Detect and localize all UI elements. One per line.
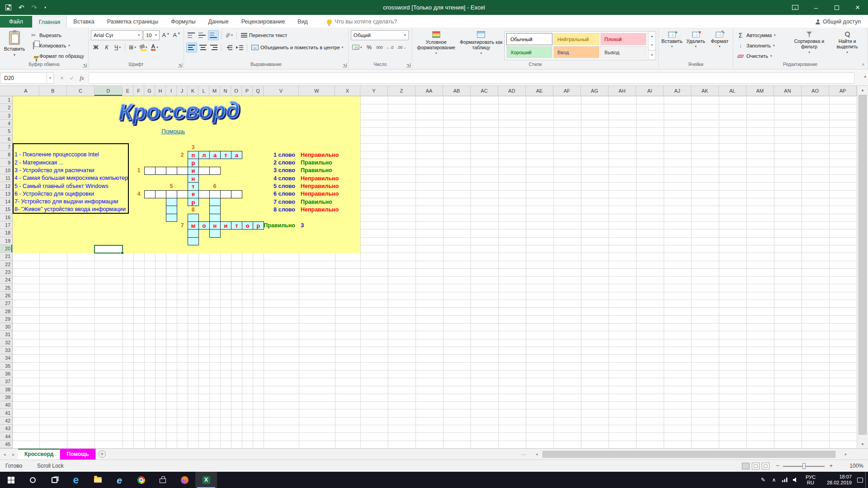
sort-filter-button[interactable]: Сортировка и фильтр ▾ <box>791 29 828 61</box>
crossword-cell[interactable]: т <box>188 182 199 190</box>
underline-button[interactable]: Ч▾ <box>113 42 123 52</box>
scroll-down-icon[interactable]: ▼ <box>857 440 868 448</box>
file-tab[interactable]: Файл <box>0 16 32 28</box>
cell-style-item[interactable]: Вывод <box>600 46 646 58</box>
column-header[interactable]: N <box>220 86 231 96</box>
crossword-cell[interactable] <box>188 237 199 245</box>
column-header[interactable]: AC <box>471 86 498 96</box>
row-header[interactable]: 24 <box>0 276 12 284</box>
format-cells-button[interactable]: ✎ Формат ▾ <box>708 29 731 61</box>
row-header[interactable]: 39 <box>0 394 12 401</box>
align-top-button[interactable] <box>186 30 196 40</box>
minimize-button[interactable]: – <box>806 0 826 15</box>
zoom-slider-thumb[interactable] <box>802 463 806 469</box>
crossword-cell[interactable]: п <box>188 151 199 159</box>
row-header[interactable]: 29 <box>0 315 12 323</box>
column-header[interactable]: AE <box>526 86 553 96</box>
crossword-cell[interactable]: н <box>188 174 199 183</box>
crossword-cell[interactable]: р <box>188 198 199 206</box>
italic-button[interactable]: К <box>102 42 112 52</box>
column-header[interactable]: X <box>335 86 360 96</box>
share-button[interactable]: Общий доступ <box>816 16 868 28</box>
crossword-cell[interactable] <box>166 206 177 214</box>
crossword-cell[interactable]: н <box>209 221 221 230</box>
row-header[interactable]: 43 <box>0 425 12 432</box>
row-header[interactable]: 11 <box>0 174 12 182</box>
align-bottom-button[interactable] <box>208 30 219 40</box>
vertical-scroll-thumb[interactable] <box>859 95 867 435</box>
crossword-cell[interactable] <box>177 167 188 175</box>
borders-button[interactable]: ⊞▾ <box>127 42 137 52</box>
row-header[interactable]: 4 <box>0 120 12 127</box>
row-header[interactable]: 5 <box>0 127 12 135</box>
crossword-cell[interactable] <box>209 206 221 214</box>
column-header[interactable]: AN <box>774 86 802 96</box>
column-header[interactable]: Q <box>253 86 264 96</box>
crossword-cell[interactable] <box>177 190 188 198</box>
crossword-cell[interactable]: л <box>198 151 210 159</box>
normal-view-button[interactable] <box>742 463 750 469</box>
row-header[interactable]: 37 <box>0 378 12 385</box>
increase-decimal-button[interactable]: ←.0 <box>385 42 395 52</box>
column-header[interactable]: AG <box>581 86 609 96</box>
column-header[interactable]: W <box>299 86 335 96</box>
insert-function-button[interactable]: fx <box>77 72 87 84</box>
row-header[interactable]: 44 <box>0 432 12 440</box>
zoom-in-button[interactable]: + <box>829 462 833 469</box>
row-header[interactable]: 14 <box>0 198 12 206</box>
scroll-up-icon[interactable]: ▲ <box>857 86 868 94</box>
row-header[interactable]: 9 <box>0 159 12 166</box>
tab-splitter[interactable]: ⋯ <box>521 449 526 460</box>
browser-taskbar-button[interactable] <box>174 472 195 488</box>
search-button[interactable] <box>22 472 43 488</box>
ie-taskbar-button[interactable]: e <box>108 472 130 488</box>
collapse-ribbon-icon[interactable]: ˄ <box>862 62 864 67</box>
ribbon-tab[interactable]: Рецензирование <box>235 16 292 28</box>
ribbon-display-options-button[interactable]: ˄ <box>785 0 806 15</box>
crossword-cell[interactable]: о <box>198 221 210 230</box>
crossword-cell[interactable] <box>166 190 177 198</box>
row-header[interactable]: 13 <box>0 190 12 198</box>
cell-style-item[interactable]: Нейтральный <box>553 33 599 45</box>
find-select-button[interactable]: Найти и выделить ▾ <box>830 29 865 61</box>
crossword-cell[interactable] <box>220 190 231 198</box>
clock[interactable]: 18:0728.02.2019 <box>820 474 854 486</box>
cell-style-item[interactable]: Плохой <box>600 33 646 45</box>
cell-style-item[interactable]: Обычный <box>506 33 552 45</box>
column-header[interactable]: AA <box>415 86 443 96</box>
cell-style-item[interactable]: Ввод <box>553 46 599 58</box>
file-explorer-taskbar-button[interactable] <box>87 472 108 488</box>
row-header[interactable]: 16 <box>0 214 12 221</box>
row-header[interactable]: 27 <box>0 300 12 307</box>
name-box[interactable]: D20 <box>0 72 47 84</box>
page-break-view-button[interactable] <box>762 463 769 469</box>
row-header[interactable]: 20 <box>0 245 12 253</box>
hidden-icons-chevron-icon[interactable]: ∧ <box>769 477 779 483</box>
crossword-cell[interactable] <box>166 198 177 206</box>
autosum-button[interactable]: ΣАвтосумма▾ <box>736 30 789 40</box>
conditional-formatting-button[interactable]: Условное форматирование ▾ <box>415 29 458 61</box>
font-family-select[interactable]: Arial Cyr▾ <box>91 30 142 40</box>
new-sheet-button[interactable]: + <box>96 449 108 460</box>
close-button[interactable]: × <box>847 0 868 15</box>
column-header[interactable]: V <box>264 86 299 96</box>
save-icon[interactable] <box>5 5 11 10</box>
wordart-title[interactable]: Кроссворд <box>118 97 240 126</box>
speaker-icon[interactable] <box>790 477 801 483</box>
ribbon-tab[interactable]: Вставка <box>67 16 100 28</box>
zoom-out-button[interactable]: − <box>776 462 779 469</box>
crossword-cell[interactable] <box>166 214 177 222</box>
row-header[interactable]: 17 <box>0 221 12 229</box>
cut-button[interactable]: ✂Вырезать <box>28 30 85 40</box>
fill-color-button[interactable]: ▾ <box>138 42 149 52</box>
row-header[interactable]: 40 <box>0 401 12 409</box>
horizontal-scroll-thumb[interactable] <box>542 451 835 458</box>
column-header[interactable]: B <box>39 86 67 96</box>
crossword-cell[interactable]: т <box>231 221 242 230</box>
selected-cell-d20[interactable] <box>94 245 123 253</box>
column-header[interactable]: AP <box>829 86 857 96</box>
row-header[interactable]: 22 <box>0 261 12 268</box>
worksheet-grid[interactable]: Кроссворд Помощь 1 - Поколение процессор… <box>13 96 857 448</box>
align-right-button[interactable] <box>209 42 219 52</box>
crossword-cell[interactable]: о <box>242 221 253 230</box>
